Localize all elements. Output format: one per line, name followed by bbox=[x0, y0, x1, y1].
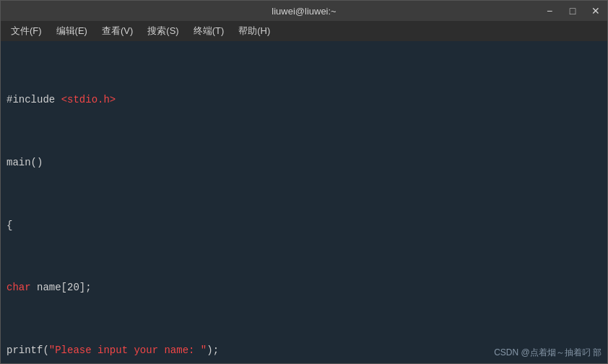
menu-search[interactable]: 搜索(S) bbox=[140, 22, 186, 40]
menu-file[interactable]: 文件(F) bbox=[4, 22, 49, 40]
menu-help[interactable]: 帮助(H) bbox=[231, 22, 277, 40]
editor-area[interactable]: #include <stdio.h> main() { char name[20… bbox=[1, 41, 607, 363]
code-line-1: #include <stdio.h> bbox=[6, 92, 607, 108]
watermark: CSDN @点着烟～抽着叼 部 bbox=[494, 347, 602, 359]
code-line-4: char name[20]; bbox=[6, 280, 607, 296]
maximize-button[interactable]: □ bbox=[561, 1, 584, 21]
code-editor: #include <stdio.h> main() { char name[20… bbox=[1, 41, 607, 363]
code-line-3: { bbox=[6, 218, 607, 234]
close-button[interactable]: ✕ bbox=[584, 1, 607, 21]
menu-edit[interactable]: 编辑(E) bbox=[49, 22, 95, 40]
title-bar: liuwei@liuwei:~ − □ ✕ bbox=[1, 1, 607, 21]
window-controls: − □ ✕ bbox=[538, 1, 607, 21]
minimize-button[interactable]: − bbox=[538, 1, 561, 21]
menu-view[interactable]: 查看(V) bbox=[95, 22, 140, 40]
window-title: liuwei@liuwei:~ bbox=[272, 6, 336, 17]
menu-terminal[interactable]: 终端(T) bbox=[186, 22, 232, 40]
menu-bar: 文件(F) 编辑(E) 查看(V) 搜索(S) 终端(T) 帮助(H) bbox=[1, 21, 607, 41]
terminal-window: liuwei@liuwei:~ − □ ✕ 文件(F) 编辑(E) 查看(V) … bbox=[0, 0, 608, 364]
code-line-2: main() bbox=[6, 155, 607, 171]
